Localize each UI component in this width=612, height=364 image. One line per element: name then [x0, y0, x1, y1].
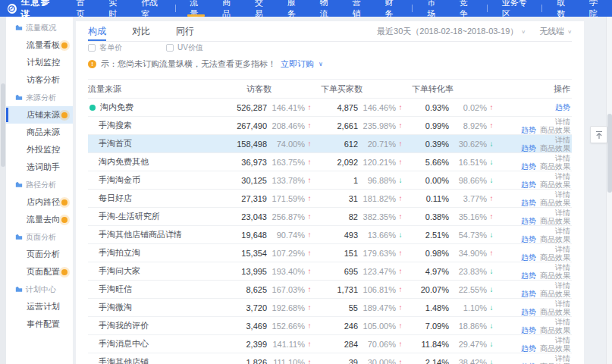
trend-link[interactable]: 趋势 [521, 126, 536, 134]
detail-link[interactable]: 详情 [555, 136, 570, 144]
product-effect-link[interactable]: 商品效果 [540, 253, 570, 262]
tab-compare[interactable]: 对比 [132, 21, 150, 41]
trend-link[interactable]: 趋势 [555, 103, 570, 111]
table-row[interactable]: 手淘-生活研究所 23,043 256.87% ↑ 82 382.35% ↑ 0… [88, 208, 572, 226]
checkbox-icon[interactable] [166, 44, 174, 52]
detail-link[interactable]: 详情 [555, 300, 570, 308]
detail-link[interactable]: 详情 [555, 263, 570, 271]
nav-item-首页[interactable]: 首页 [66, 0, 99, 17]
table-row[interactable]: 手淘其他店铺商品详情 19,648 90.74% ↑ 493 13.66% ↓ … [88, 226, 572, 244]
table-row[interactable]: 手淘搜索 267,490 208.46% ↑ 2,661 235.98% ↑ 0… [88, 117, 572, 135]
nav-item-交易[interactable]: 交易 [245, 0, 278, 17]
product-effect-link[interactable]: 商品效果 [540, 180, 570, 189]
back-to-top-button[interactable] [590, 126, 607, 143]
trend-link[interactable]: 趋势 [521, 199, 536, 207]
tab-composition[interactable]: 构成 [88, 21, 106, 41]
product-effect-link[interactable]: 商品效果 [540, 290, 570, 298]
nav-item-服务[interactable]: 服务 [278, 0, 310, 17]
nav-item-物流[interactable]: 物流 [310, 0, 343, 17]
table-row[interactable]: 手淘旺信 8,625 167.03% ↑ 1,731 106.81% ↑ 20.… [88, 281, 572, 299]
nav-item-流量[interactable]: 流量 [180, 0, 212, 17]
product-effect-link[interactable]: 商品效果 [540, 126, 570, 134]
trend-link[interactable]: 趋势 [521, 180, 536, 189]
nav-item-学院[interactable]: 学院 [579, 0, 612, 17]
app-logo[interactable]: 生意参谋 [0, 0, 66, 21]
table-row[interactable]: 手淘拍立淘 15,354 107.29% ↑ 151 179.63% ↑ 0.9… [88, 244, 572, 262]
subscribe-now-link[interactable]: 立即订购 [281, 58, 314, 70]
date-range-picker[interactable]: 最近30天（2018-02-18~2018-03-19） ∨ [377, 26, 526, 37]
table-row[interactable]: 每日好店 27,319 171.59% ↑ 31 181.82% ↑ 0.11%… [88, 190, 572, 208]
detail-link[interactable]: 详情 [555, 227, 570, 235]
detail-link[interactable]: 详情 [555, 154, 570, 162]
trend-link[interactable]: 趋势 [521, 144, 536, 152]
detail-link[interactable]: 详情 [555, 118, 570, 126]
table-row[interactable]: 手淘其他店铺 1,826 111.10% ↑ 39 30.00% ↑ 2.14%… [88, 353, 572, 364]
table-row[interactable]: 淘内免费 526,287 146.41% ↑ 4,875 146.46% ↑ 0… [88, 99, 572, 117]
product-effect-link[interactable]: 商品效果 [540, 344, 570, 353]
checkbox-uv-value[interactable]: UV价值 [166, 42, 203, 52]
nav-item-财务[interactable]: 财务 [375, 0, 408, 17]
product-effect-link[interactable]: 商品效果 [540, 144, 570, 152]
trend-link[interactable]: 趋势 [521, 253, 536, 262]
sidebar-item-外投监控[interactable]: 外投监控 [6, 141, 73, 158]
sidebar-item-页面配置[interactable]: 页面配置 [6, 263, 73, 281]
detail-link[interactable]: 详情 [555, 245, 570, 253]
detail-link[interactable]: 详情 [555, 190, 570, 199]
page-scrollbar-thumb[interactable] [607, 114, 612, 193]
detail-link[interactable]: 详情 [555, 281, 570, 290]
nav-item-营销[interactable]: 营销 [343, 0, 375, 17]
sidebar-item-商品来源[interactable]: 商品来源 [6, 124, 73, 141]
checkbox-icon[interactable] [88, 44, 96, 52]
trend-link[interactable]: 趋势 [521, 308, 536, 316]
nav-item-商品[interactable]: 商品 [212, 0, 245, 17]
table-row[interactable]: 手淘我的评价 3,469 152.66% ↑ 246 105.00% ↑ 7.0… [88, 317, 572, 335]
detail-link[interactable]: 详情 [555, 172, 570, 180]
nav-item-市场[interactable]: 市场 [417, 0, 450, 17]
product-effect-link[interactable]: 商品效果 [540, 162, 570, 171]
nav-item-实时[interactable]: 实时 [99, 0, 131, 17]
detail-link[interactable]: 详情 [555, 318, 570, 326]
trend-link[interactable]: 趋势 [521, 326, 536, 334]
sidebar-item-店铺来源[interactable]: 店铺来源 [6, 106, 73, 124]
nav-item-取数[interactable]: 取数 [547, 0, 579, 17]
product-effect-link[interactable]: 商品效果 [540, 217, 570, 225]
trend-link[interactable]: 趋势 [521, 162, 536, 171]
sidebar-item-访客分析[interactable]: 访客分析 [6, 71, 73, 89]
detail-link[interactable]: 详情 [555, 209, 570, 217]
trend-link[interactable]: 趋势 [521, 290, 536, 298]
detail-link[interactable]: 详情 [555, 336, 570, 344]
page-scrollbar[interactable] [606, 17, 612, 364]
sidebar-item-计划监控[interactable]: 计划监控 [6, 54, 73, 71]
product-effect-link[interactable]: 商品效果 [540, 326, 570, 334]
table-row[interactable]: 手淘首页 158,498 74.00% ↑ 612 20.71% ↑ 0.39%… [88, 135, 572, 153]
trend-link[interactable]: 趋势 [521, 217, 536, 225]
table-row[interactable]: 手淘淘金币 30,125 133.78% ↑ 1 96.88% ↓ 0.00% … [88, 171, 572, 190]
table-row[interactable]: 手淘微淘 3,720 192.68% ↑ 55 189.47% ↑ 1.48% … [88, 299, 572, 317]
product-effect-link[interactable]: 商品效果 [540, 199, 570, 207]
sidebar-scrollbar-thumb[interactable] [1, 83, 5, 167]
sidebar-item-运营计划[interactable]: 运营计划 [6, 298, 73, 315]
sidebar-item-流量去向[interactable]: 流量去向 [6, 211, 73, 228]
sidebar-item-页面分析[interactable]: 页面分析 [6, 246, 73, 263]
detail-link[interactable]: 详情 [555, 354, 570, 362]
product-effect-link[interactable]: 商品效果 [540, 235, 570, 243]
table-row[interactable]: 手淘问大家 13,995 193.40% ↑ 695 123.47% ↑ 4.9… [88, 262, 572, 281]
nav-item-作战室[interactable]: 作战室 [131, 0, 170, 17]
trend-link[interactable]: 趋势 [521, 271, 536, 280]
sidebar-scrollbar[interactable] [0, 17, 6, 364]
sidebar-item-流量看板[interactable]: 流量看板 [6, 36, 73, 54]
trend-link[interactable]: 趋势 [521, 344, 536, 353]
sidebar-item-选词助手[interactable]: 选词助手 [6, 158, 73, 176]
trend-link[interactable]: 趋势 [521, 235, 536, 243]
table-row[interactable]: 淘内免费其他 36,973 163.75% ↑ 2,092 120.21% ↑ … [88, 153, 572, 171]
checkbox-customer-price[interactable]: 客单价 [88, 42, 122, 52]
nav-item-业务专区[interactable]: 业务专区 [492, 0, 538, 17]
terminal-picker[interactable]: 无线端 ∨ [539, 26, 572, 37]
sidebar-item-店内路径[interactable]: 店内路径 [6, 193, 73, 211]
product-effect-link[interactable]: 商品效果 [540, 308, 570, 316]
nav-item-竞争[interactable]: 竞争 [450, 0, 482, 17]
sidebar-item-事件配置[interactable]: 事件配置 [6, 315, 73, 333]
table-row[interactable]: 手淘消息中心 2,399 141.11% ↑ 284 70.06% ↑ 11.8… [88, 335, 572, 353]
product-effect-link[interactable]: 商品效果 [540, 271, 570, 280]
tab-peers[interactable]: 同行 [176, 21, 194, 41]
